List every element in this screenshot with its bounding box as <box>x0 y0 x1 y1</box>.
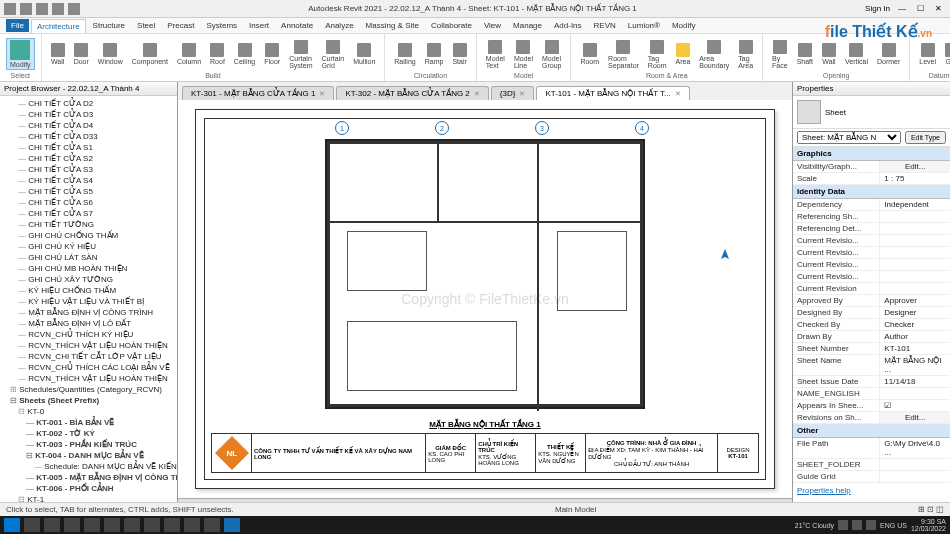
tag-area-button[interactable]: Tag Area <box>735 39 756 70</box>
taskbar-app[interactable] <box>44 518 60 532</box>
props-row[interactable]: Current Revisio... <box>793 247 950 259</box>
taskbar-app[interactable] <box>104 518 120 532</box>
tab-view[interactable]: View <box>479 19 506 32</box>
tree-item[interactable]: Schedule: DANH MỤC BẢN VẼ KIẾN TRÚC <box>2 461 175 472</box>
taskbar-app[interactable] <box>164 518 180 532</box>
tree-item[interactable]: GHI CHÚ XÂY TƯỜNG <box>2 274 175 285</box>
tree-item[interactable]: KT-0 <box>2 406 175 417</box>
qat-open-icon[interactable] <box>20 3 32 15</box>
tree-item[interactable]: CHI TIẾT CỬA S1 <box>2 142 175 153</box>
tray-icon[interactable] <box>866 520 876 530</box>
grid-button[interactable]: Grid <box>942 42 950 66</box>
tree-item[interactable]: CHI TIẾT CỬA D2 <box>2 98 175 109</box>
browser-tree[interactable]: CHI TIẾT CỬA D2CHI TIẾT CỬA D3CHI TIẾT C… <box>0 96 177 514</box>
props-value[interactable] <box>879 471 950 482</box>
tab-lumion[interactable]: Lumion® <box>623 19 665 32</box>
props-value[interactable]: Designer <box>879 307 950 318</box>
qat-save-icon[interactable] <box>36 3 48 15</box>
status-icons[interactable]: ⊞ ⊡ ◫ <box>918 505 944 514</box>
roof-button[interactable]: Roof <box>207 42 228 66</box>
taskbar-app[interactable] <box>204 518 220 532</box>
tab-manage[interactable]: Manage <box>508 19 547 32</box>
tree-item[interactable]: KÝ HIỆU VẬT LIỆU VÀ THIẾT BỊ <box>2 296 175 307</box>
tree-item[interactable]: KT-002 - TỜ KÝ <box>2 428 175 439</box>
tree-item[interactable]: CHI TIẾT CỬA S3 <box>2 164 175 175</box>
tree-item[interactable]: RCVN_THÍCH VẬT LIỆU HOÀN THIỆN <box>2 340 175 351</box>
tab-addins[interactable]: Add-Ins <box>549 19 587 32</box>
tree-item[interactable]: GHI CHÚ KÝ HIỆU <box>2 241 175 252</box>
area-button[interactable]: Area <box>673 42 694 66</box>
window-button[interactable]: Window <box>95 42 126 66</box>
tree-item[interactable]: CHI TIẾT TƯỜNG <box>2 219 175 230</box>
tree-item[interactable]: GHI CHÚ MB HOÀN THIỆN <box>2 263 175 274</box>
taskbar-app[interactable] <box>144 518 160 532</box>
tree-item[interactable]: Sheets (Sheet Prefix) <box>2 395 175 406</box>
props-value[interactable] <box>879 459 950 470</box>
props-value[interactable] <box>879 247 950 258</box>
edit-type-button[interactable]: Edit Type <box>905 131 946 144</box>
room-separator-button[interactable]: Room Separator <box>605 39 642 70</box>
props-value[interactable]: 11/14/18 <box>879 376 950 387</box>
qat-redo-icon[interactable] <box>68 3 80 15</box>
props-row[interactable]: Drawn ByAuthor <box>793 331 950 343</box>
floor-button[interactable]: Floor <box>261 42 283 66</box>
props-row[interactable]: File PathG:\My Drive\4.0 ... <box>793 438 950 459</box>
props-row[interactable]: Designed ByDesigner <box>793 307 950 319</box>
instance-dropdown[interactable]: Sheet: MẶT BẰNG N <box>797 131 901 144</box>
props-row[interactable]: Current Revisio... <box>793 235 950 247</box>
tree-item[interactable]: GHI CHÚ CHỐNG THẤM <box>2 230 175 241</box>
area-boundary-button[interactable]: Area Boundary <box>696 39 732 70</box>
ramp-button[interactable]: Ramp <box>422 42 447 66</box>
tab-precast[interactable]: Precast <box>162 19 199 32</box>
props-value[interactable]: Edit... <box>879 161 950 172</box>
tree-item[interactable]: CHI TIẾT CỬA D4 <box>2 120 175 131</box>
taskbar-app[interactable] <box>184 518 200 532</box>
props-group-header[interactable]: Identity Data <box>793 185 950 199</box>
props-row[interactable]: Revisions on Sh...Edit... <box>793 412 950 424</box>
taskbar-revit[interactable] <box>224 518 240 532</box>
props-group-header[interactable]: Other <box>793 424 950 438</box>
tab-collaborate[interactable]: Collaborate <box>426 19 477 32</box>
props-row[interactable]: Approved ByApprover <box>793 295 950 307</box>
wall-button[interactable]: Wall <box>48 42 68 66</box>
model-text-button[interactable]: Model Text <box>483 39 508 70</box>
tab-modify[interactable]: Modify <box>667 19 701 32</box>
curtain-system-button[interactable]: Curtain System <box>286 39 315 70</box>
tray-icon[interactable] <box>852 520 862 530</box>
tree-item[interactable]: CHI TIẾT CỬA D33 <box>2 131 175 142</box>
props-value[interactable]: Independent <box>879 199 950 210</box>
by-face-button[interactable]: By Face <box>769 39 791 70</box>
props-row[interactable]: Current Revision <box>793 283 950 295</box>
props-row[interactable]: Referencing Det... <box>793 223 950 235</box>
ceiling-button[interactable]: Ceiling <box>231 42 258 66</box>
start-button[interactable] <box>4 518 20 532</box>
tree-item[interactable]: CHI TIẾT CỬA S4 <box>2 175 175 186</box>
canvas[interactable]: 1 2 3 4 <box>178 100 792 498</box>
document-tab[interactable]: KT-302 - MẶT BẰNG CỬA TẦNG 2✕ <box>336 86 488 100</box>
maximize-button[interactable]: ☐ <box>914 3 926 15</box>
props-help-link[interactable]: Properties help <box>793 483 950 498</box>
tree-item[interactable]: RCVN_CHỦ THÍCH KÝ HIỆU <box>2 329 175 340</box>
props-value[interactable]: Edit... <box>879 412 950 423</box>
tab-annotate[interactable]: Annotate <box>276 19 318 32</box>
railing-button[interactable]: Railing <box>391 42 418 66</box>
tab-insert[interactable]: Insert <box>244 19 274 32</box>
tab-systems[interactable]: Systems <box>201 19 242 32</box>
tree-item[interactable]: MẶT BẰNG ĐỊNH VỊ CÔNG TRÌNH <box>2 307 175 318</box>
props-value[interactable] <box>879 283 950 294</box>
props-row[interactable]: Sheet NumberKT-101 <box>793 343 950 355</box>
tab-revn[interactable]: REVN <box>589 19 621 32</box>
tree-item[interactable]: KT-005 - MẶT BẰNG ĐỊNH VỊ CÔNG TRÌNH <box>2 472 175 483</box>
taskbar-app[interactable] <box>84 518 100 532</box>
model-line-button[interactable]: Model Line <box>511 39 536 70</box>
mullion-button[interactable]: Mullion <box>350 42 378 66</box>
props-row[interactable]: Sheet Issue Date11/14/18 <box>793 376 950 388</box>
close-button[interactable]: ✕ <box>932 3 944 15</box>
close-tab-icon[interactable]: ✕ <box>519 90 525 98</box>
taskbar-app[interactable] <box>124 518 140 532</box>
system-tray[interactable]: 21°C Cloudy ENG US 9:30 SA 12/03/2022 <box>795 518 946 532</box>
props-row[interactable]: Sheet NameMẶT BẰNG NỘI ... <box>793 355 950 376</box>
tree-item[interactable]: RCVN_THÍCH VẬT LIỆU HOÀN THIỆN <box>2 373 175 384</box>
props-row[interactable]: Guide Grid <box>793 471 950 483</box>
props-value[interactable]: KT-101 <box>879 343 950 354</box>
